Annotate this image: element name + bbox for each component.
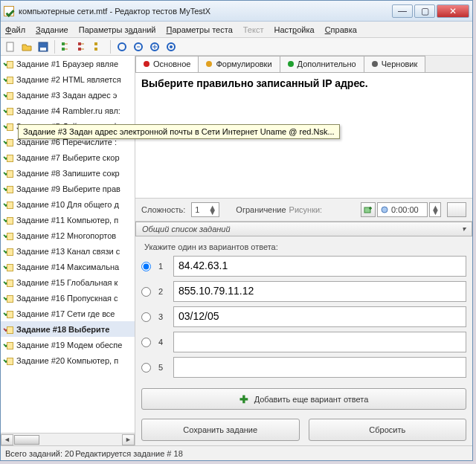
answer-radio[interactable] (141, 287, 151, 297)
tab-extra[interactable]: Дополнительно (280, 56, 364, 72)
task-check-icon (4, 277, 13, 287)
task-check-icon (4, 184, 13, 193)
menu-task[interactable]: Задание (36, 25, 68, 34)
tooltip: Задание #3 Задан адрес электронной почты… (18, 124, 340, 139)
task-row[interactable]: Задание #16 Пропускная с (1, 290, 135, 306)
params-bar: Сложность: 1▲▼ Ограничение Рисунки: 0:00… (135, 199, 472, 221)
task-row[interactable]: Задание #11 Компьютер, п (1, 212, 135, 228)
image-add-icon[interactable] (361, 202, 376, 217)
circle2-icon[interactable] (132, 40, 145, 54)
task-check-icon (4, 246, 13, 256)
task-list[interactable]: Задание #1 Браузер являеЗадание #2 HTML … (1, 56, 135, 433)
circle4-icon[interactable] (164, 40, 178, 54)
collapse-header[interactable]: Общий список заданий▾ (135, 222, 472, 237)
tree2-icon[interactable] (76, 40, 89, 54)
task-check-icon (4, 199, 13, 209)
circle1-icon[interactable] (115, 40, 129, 54)
task-label: Задание #1 Браузер являе (16, 59, 118, 68)
task-row[interactable]: Задание #1 Браузер являе (1, 56, 135, 71)
task-label: Задание #4 Rambler.ru явл: (16, 106, 120, 115)
task-check-icon (4, 137, 13, 146)
task-check-icon (4, 355, 13, 365)
tree3-icon[interactable] (92, 40, 106, 54)
task-row[interactable]: Задание #9 Выберите прав (1, 181, 135, 196)
task-row[interactable]: Задание #2 HTML является (1, 71, 135, 87)
task-row[interactable]: Задание #17 Сети где все (1, 306, 135, 321)
answer-radio[interactable] (141, 312, 151, 322)
menu-test-params[interactable]: Параметры теста (167, 25, 233, 34)
tab-form[interactable]: Формулировки (198, 56, 280, 72)
menu-settings[interactable]: Настройка (274, 25, 314, 34)
extra-button[interactable] (447, 202, 466, 217)
svg-rect-5 (78, 42, 81, 45)
chevron-down-icon: ▾ (462, 225, 466, 233)
save-icon[interactable] (36, 40, 50, 54)
task-row[interactable]: Задание #20 Компьютер, п (1, 352, 135, 368)
answer-field[interactable]: 84.42.63.1 (173, 256, 466, 277)
task-row[interactable]: Задание #12 Многопортов (1, 228, 135, 243)
task-row[interactable]: Задание #8 Запишите сокр (1, 165, 135, 181)
task-row[interactable]: Задание #19 Модем обеспе (1, 337, 135, 352)
tab-main[interactable]: Основное (135, 56, 199, 72)
task-row[interactable]: Задание #7 Выберите скор (1, 149, 135, 165)
drawing-label: Рисунки: (289, 205, 323, 214)
task-row[interactable]: Задание #18 Выберите (1, 321, 135, 337)
scroll-left-icon[interactable]: ◄ (1, 434, 13, 445)
close-button[interactable]: ✕ (437, 4, 469, 18)
task-check-icon (4, 293, 13, 303)
time-box[interactable]: 0:00:00 (377, 202, 428, 217)
task-check-icon (4, 90, 13, 100)
task-check-icon (4, 106, 13, 115)
svg-rect-4 (62, 48, 65, 51)
clock-icon (381, 206, 388, 213)
save-task-button[interactable]: Сохранить задание (141, 419, 300, 441)
titlebar[interactable]: компьютерные сети.mtf - Редактор тестов … (1, 1, 472, 22)
svg-rect-6 (78, 48, 81, 51)
tab-draft[interactable]: Черновик (364, 56, 426, 72)
answer-radio[interactable] (141, 262, 151, 271)
task-label: Задание #19 Модем обеспе (16, 341, 122, 349)
answer-field[interactable]: 855.10.79.11.12 (173, 281, 466, 302)
task-row[interactable]: Задание #13 Канал связи с (1, 243, 135, 259)
menu-text: Текст (243, 25, 264, 34)
maximize-button[interactable]: ▢ (414, 4, 435, 18)
task-row[interactable]: Задание #14 Максимальна (1, 259, 135, 274)
answer-number: 1 (158, 262, 166, 271)
svg-rect-7 (94, 42, 97, 45)
answer-radio[interactable] (141, 363, 151, 373)
svg-point-15 (382, 207, 387, 213)
answer-row: 184.42.63.1 (141, 256, 466, 277)
task-row[interactable]: Задание #3 Задан адрес э (1, 87, 135, 103)
task-row[interactable]: Задание #4 Rambler.ru явл: (1, 103, 135, 118)
answer-number: 2 (158, 287, 166, 296)
circle3-icon[interactable] (148, 40, 161, 54)
answer-radio[interactable] (141, 338, 151, 347)
task-row[interactable]: Задание #15 Глобальная к (1, 274, 135, 290)
answer-field[interactable]: 03/12/05 (173, 306, 466, 327)
add-answer-button[interactable]: ✚Добавить еще вариант ответа (141, 388, 466, 410)
new-icon[interactable] (4, 40, 17, 54)
limit-label: Ограничение (236, 205, 286, 214)
task-label: Задание #18 Выберите (16, 325, 109, 334)
difficulty-spinner[interactable]: 1▲▼ (191, 202, 219, 217)
reset-button[interactable]: Сбросить (309, 419, 467, 441)
task-label: Задание #8 Запишите сокр (16, 169, 120, 178)
tabs: Основное Формулировки Дополнительно Черн… (135, 56, 472, 73)
answer-field[interactable] (173, 332, 466, 352)
menu-file[interactable]: Файл (5, 25, 25, 34)
time-spinner[interactable]: ▲▼ (429, 202, 441, 217)
task-row[interactable]: Задание #10 Для общего д (1, 196, 135, 212)
task-check-icon (4, 340, 13, 349)
scroll-thumb[interactable] (14, 435, 39, 445)
menu-help[interactable]: Справка (325, 25, 357, 34)
tree1-icon[interactable] (60, 40, 73, 54)
answer-field[interactable] (173, 357, 466, 378)
menu-task-params[interactable]: Параметры заданий (79, 25, 156, 34)
task-check-icon (4, 152, 13, 162)
scroll-right-icon[interactable]: ► (122, 434, 135, 445)
h-scrollbar[interactable]: ◄ ► (1, 433, 135, 445)
difficulty-label: Сложность: (141, 205, 185, 214)
minimize-button[interactable]: — (392, 4, 413, 18)
open-icon[interactable] (20, 40, 33, 54)
task-check-icon (4, 121, 13, 131)
